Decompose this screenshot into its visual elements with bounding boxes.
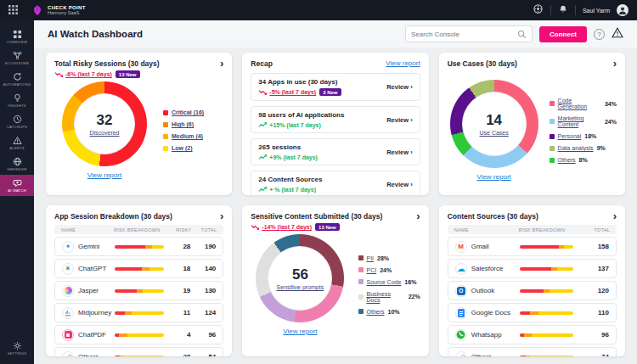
chevron-right-icon[interactable]: › xyxy=(613,59,617,68)
risk-bar xyxy=(115,356,164,357)
sidebar-item-overview[interactable]: OVERVIEW xyxy=(0,26,34,48)
chevron-right-icon[interactable]: › xyxy=(220,59,223,68)
view-report-link[interactable]: View report xyxy=(87,171,121,179)
table-row-whatsapp[interactable]: Whatsapp 96 xyxy=(448,325,617,344)
card-content-sources: Content Sources (30 days) › NAME RISK BR… xyxy=(439,205,625,356)
sensitive-prompts-link[interactable]: Sensitive prompts xyxy=(277,284,324,290)
settings-gear-icon xyxy=(13,341,22,350)
help-icon[interactable]: ? xyxy=(594,29,605,40)
chevron-right-icon[interactable]: › xyxy=(613,212,617,221)
table-header: NAME RISK BREAKDOWN TOTAL xyxy=(448,225,617,234)
table-row-others[interactable]: Others 74 xyxy=(448,347,617,356)
table-row-gmail[interactable]: MGmail 158 xyxy=(448,237,617,256)
trend-down[interactable]: -14% (last 7 days) xyxy=(251,224,312,231)
automations-icon xyxy=(13,72,22,81)
legend-item-medium[interactable]: Medium (4) xyxy=(163,133,204,139)
review-link[interactable]: Review › xyxy=(386,181,412,188)
legend-item-pci[interactable]: PCI24% xyxy=(358,267,420,273)
table-row-chatgpt[interactable]: ✳ChatGPT 18 140 xyxy=(54,259,223,278)
total-count: 96 xyxy=(578,331,609,339)
risk-bar xyxy=(520,356,574,357)
legend-item-low[interactable]: Low (2) xyxy=(163,145,204,151)
sidebar-item-hbfinder[interactable]: HBFINDER xyxy=(0,154,34,175)
brand[interactable]: CHECK POINT Harmony SaaS xyxy=(31,4,86,16)
table-row-chatpdf[interactable]: ChatPDF 4 96 xyxy=(54,325,223,344)
divider xyxy=(575,5,576,15)
notifications-bell-icon[interactable] xyxy=(558,3,568,18)
legend-item-business-docs[interactable]: Business Docs22% xyxy=(358,291,420,303)
recap-row-title: 34 Apps in use (30 days) xyxy=(258,78,341,86)
app-switcher-icon[interactable] xyxy=(8,3,18,18)
use-cases-donut-chart[interactable]: 14 Use Cases xyxy=(450,80,538,168)
globe-icon[interactable] xyxy=(533,3,544,18)
recap-row-content-sources[interactable]: 24 Content Sources + % (last 7 days) Rev… xyxy=(251,171,420,195)
recap-row-sessions[interactable]: 265 sessions +9% (last 7 days) Review › xyxy=(251,138,420,165)
search-icon[interactable] xyxy=(517,30,527,39)
trend-text: + % (last 7 days) xyxy=(269,187,316,193)
legend-item-others[interactable]: Others10% xyxy=(358,309,420,315)
legend-item-critical[interactable]: Critical (16) xyxy=(163,109,204,115)
catchups-icon xyxy=(13,115,22,124)
table-row-google-docs[interactable]: Google Docs 110 xyxy=(448,303,617,322)
sidebar-spacer xyxy=(0,196,34,338)
user-avatar[interactable] xyxy=(617,4,629,16)
sidebar-item-insights[interactable]: INSIGHTS xyxy=(0,90,34,111)
legend-label: Source Code xyxy=(367,279,402,285)
table-row-midjourney[interactable]: Midjourney 11 124 xyxy=(54,303,223,322)
legend-item-data-analysis[interactable]: Data analysis9% xyxy=(550,145,617,151)
sidebar-item-catchups[interactable]: CATCHUPS xyxy=(0,111,34,132)
legend-item-others[interactable]: Others8% xyxy=(550,157,617,163)
discovered-link[interactable]: Discovered xyxy=(89,130,119,136)
table-row-gemini[interactable]: ✦Gemini 28 190 xyxy=(54,237,223,256)
sidebar-item-alerts[interactable]: ALERTS xyxy=(0,132,34,154)
legend-swatch xyxy=(358,279,364,284)
risky-count: 19 xyxy=(168,287,190,294)
legend-value: 16% xyxy=(404,279,416,285)
legend-swatch xyxy=(163,146,168,151)
chevron-right-icon[interactable]: › xyxy=(220,212,223,221)
risky-sessions-donut-chart[interactable]: 32 Discovered xyxy=(62,81,147,166)
table-row-salesforce[interactable]: ☁Salesforce 137 xyxy=(448,259,617,278)
connect-button[interactable]: Connect xyxy=(539,26,587,42)
review-link[interactable]: Review › xyxy=(386,148,412,156)
sensitive-content-donut-chart[interactable]: 56 Sensitive prompts xyxy=(256,234,344,322)
sidebar-item-automations[interactable]: AUTOMATIONS xyxy=(0,69,34,90)
google-docs-icon xyxy=(455,307,467,319)
legend-item-high[interactable]: High (6) xyxy=(163,121,204,127)
legend-item-marketing-content[interactable]: Marketing Content24% xyxy=(550,115,617,127)
sidebar-item-ecosystem[interactable]: ECOSYSTEM xyxy=(0,48,34,69)
table-row-jasper[interactable]: Jasper 19 130 xyxy=(54,281,223,300)
search-input[interactable] xyxy=(411,31,514,38)
chevron-right-icon[interactable]: › xyxy=(416,212,420,221)
risky-count: 11 xyxy=(168,309,190,316)
legend-item-personal[interactable]: Personal18% xyxy=(550,133,617,139)
view-report-link[interactable]: View report xyxy=(476,173,510,181)
recap-row-users[interactable]: 98 users of AI applications +15% (last 7… xyxy=(251,106,420,133)
trend-down[interactable]: -6% (last 7 days) xyxy=(54,71,112,78)
sidebar: OVERVIEW ECOSYSTEM AUTOMATIONS INSIGHTS … xyxy=(0,20,34,364)
trend-text: -6% (last 7 days) xyxy=(65,71,112,77)
table-row-outlook[interactable]: OOutlook 120 xyxy=(448,281,617,300)
review-label: Review xyxy=(386,116,409,124)
use-cases-link[interactable]: Use Cases xyxy=(480,130,509,136)
legend-value: 9% xyxy=(597,145,606,151)
sidebar-item-settings[interactable]: SETTINGS xyxy=(0,338,34,359)
view-report-link[interactable]: View report xyxy=(283,328,317,335)
trend-text: +9% (last 7 days) xyxy=(269,154,318,160)
risky-count: 28 xyxy=(168,353,190,356)
legend-item-code-generation[interactable]: Code Generation34% xyxy=(550,98,617,109)
trend-text: -14% (last 7 days) xyxy=(262,224,312,230)
ai-watch-icon xyxy=(13,178,22,188)
legend-item-pii[interactable]: PII28% xyxy=(358,255,420,261)
sidebar-item-ai-watch[interactable]: AI WATCH xyxy=(0,175,34,196)
card-title: Recap xyxy=(251,59,273,68)
review-link[interactable]: Review › xyxy=(386,116,412,124)
view-report-link[interactable]: View report xyxy=(386,59,420,67)
legend-value: 22% xyxy=(409,294,420,300)
table-row-others[interactable]: Others 28 54 xyxy=(54,347,223,356)
recap-row-apps[interactable]: 34 Apps in use (30 days) -5% (last 7 day… xyxy=(251,73,420,101)
review-link[interactable]: Review › xyxy=(386,83,412,91)
warning-triangle-icon[interactable] xyxy=(612,26,623,42)
legend-item-source-code[interactable]: Source Code16% xyxy=(358,279,420,285)
insights-icon xyxy=(13,93,22,103)
